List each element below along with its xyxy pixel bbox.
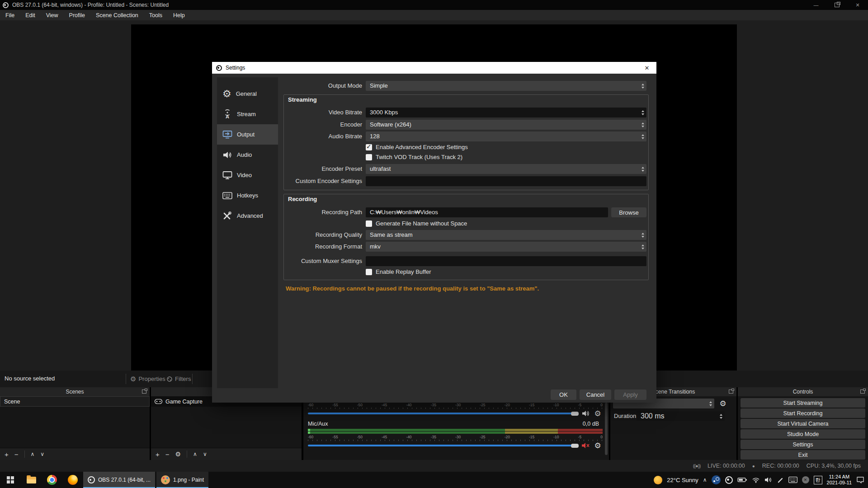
studio-mode-button[interactable]: Studio Mode <box>741 429 865 439</box>
mic-settings-gear-icon[interactable]: ⚙ <box>593 441 603 450</box>
weather-text[interactable]: 22°C Sunny <box>667 477 698 483</box>
start-streaming-button[interactable]: Start Streaming <box>741 398 865 408</box>
exit-button[interactable]: Exit <box>741 450 865 460</box>
menu-edit[interactable]: Edit <box>20 10 41 20</box>
source-status-text: No source selected <box>5 375 55 382</box>
recording-quality-label: Recording Quality <box>283 230 362 240</box>
close-button[interactable]: ✕ <box>847 0 868 10</box>
output-monitor-icon <box>222 130 232 139</box>
duration-spinbox[interactable]: 300 ms <box>637 411 725 421</box>
chrome-button[interactable] <box>42 472 62 488</box>
mic-volume-slider[interactable] <box>308 445 576 446</box>
obs-tray-icon[interactable] <box>725 476 733 484</box>
menu-file[interactable]: File <box>0 10 20 20</box>
nav-item-audio[interactable]: Audio <box>217 145 278 165</box>
speaker-icon[interactable] <box>581 409 591 418</box>
scene-down-button[interactable]: ∨ <box>40 451 44 457</box>
popout-icon[interactable] <box>142 389 146 394</box>
remove-source-button[interactable]: − <box>165 450 170 458</box>
output-mode-select[interactable]: Simple <box>366 81 646 91</box>
tray-expand-chevron-icon[interactable]: ∧ <box>703 477 707 483</box>
mixer-scrollbar[interactable] <box>605 403 608 455</box>
volume-slider-handle[interactable] <box>571 412 579 416</box>
volume-tray-icon[interactable] <box>764 477 773 483</box>
spinbox-arrows[interactable] <box>642 108 644 117</box>
checkbox[interactable] <box>366 269 372 275</box>
cancel-button[interactable]: Cancel <box>580 389 611 400</box>
video-bitrate-spinbox[interactable]: 3000 Kbps <box>366 108 646 117</box>
wifi-icon[interactable] <box>752 477 760 483</box>
steam-tray-icon[interactable] <box>712 475 721 484</box>
custom-encoder-settings-input[interactable] <box>366 176 646 186</box>
add-source-button[interactable]: + <box>156 450 160 458</box>
nav-item-advanced[interactable]: Advanced <box>217 206 278 226</box>
toolbar-separator <box>187 450 187 458</box>
generate-filename-checkbox[interactable]: Generate File Name without Space <box>366 220 467 227</box>
spinbox-arrows[interactable] <box>720 411 722 421</box>
nav-item-stream[interactable]: A Stream <box>217 104 278 124</box>
apply-button[interactable]: Apply <box>614 389 646 400</box>
twitch-vod-checkbox[interactable]: Twitch VOD Track (Uses Track 2) <box>366 154 462 160</box>
checkbox[interactable] <box>366 154 372 160</box>
popout-icon[interactable] <box>860 389 865 394</box>
nav-item-general[interactable]: ⚙ General <box>217 84 278 104</box>
browse-button[interactable]: Browse <box>611 207 646 217</box>
hotkeys-keyboard-icon <box>222 192 232 200</box>
source-up-button[interactable]: ∧ <box>193 451 197 457</box>
source-down-button[interactable]: ∨ <box>203 451 207 457</box>
enable-replay-buffer-checkbox[interactable]: Enable Replay Buffer <box>366 268 431 275</box>
firefox-button[interactable] <box>62 472 83 488</box>
scene-list-item[interactable]: Scene <box>0 396 150 407</box>
battery-icon[interactable] <box>737 477 747 483</box>
pen-icon[interactable] <box>777 477 784 483</box>
settings-button[interactable]: Settings <box>741 440 865 449</box>
menu-scene-collection[interactable]: Scene Collection <box>90 10 144 20</box>
remove-scene-button[interactable]: − <box>14 450 19 458</box>
checkbox[interactable] <box>366 144 372 150</box>
menu-view[interactable]: View <box>41 10 64 20</box>
properties-button[interactable]: ⚙ Properties <box>130 371 165 387</box>
scene-up-button[interactable]: ∧ <box>31 451 35 457</box>
recording-format-select[interactable]: mkv <box>366 242 646 252</box>
paint-task-button[interactable]: 1.png - Paint <box>156 472 208 488</box>
checkbox[interactable] <box>366 221 372 227</box>
audio-bitrate-select[interactable]: 128 <box>366 131 646 141</box>
encoder-select[interactable]: Software (x264) <box>366 120 646 130</box>
recording-quality-select[interactable]: Same as stream <box>366 230 646 240</box>
nav-item-output[interactable]: Output <box>217 124 278 145</box>
action-center-icon[interactable] <box>856 476 864 483</box>
weather-sun-icon[interactable] <box>654 476 662 484</box>
start-button[interactable] <box>0 472 21 488</box>
menu-tools[interactable]: Tools <box>144 10 168 20</box>
menu-profile[interactable]: Profile <box>64 10 90 20</box>
restore-button[interactable] <box>826 0 847 10</box>
popout-icon[interactable] <box>729 389 733 394</box>
transition-settings-gear-icon[interactable]: ⚙ <box>718 399 728 408</box>
start-virtual-camera-button[interactable]: Start Virtual Camera <box>741 419 865 428</box>
minimize-button[interactable]: — <box>806 0 826 10</box>
start-recording-button[interactable]: Start Recording <box>741 408 865 418</box>
x-circle-tray-icon[interactable]: ✕ <box>802 476 809 483</box>
filters-button[interactable]: Filters <box>166 371 191 387</box>
nav-item-video[interactable]: Video <box>217 165 278 185</box>
obs-task-button[interactable]: OBS 27.0.1 (64-bit, ... <box>83 472 155 488</box>
output-mode-label: Output Mode <box>283 81 362 91</box>
custom-muxer-settings-input[interactable] <box>366 256 646 266</box>
file-explorer-button[interactable] <box>21 472 42 488</box>
encoder-preset-select[interactable]: ultrafast <box>366 164 646 174</box>
menu-help[interactable]: Help <box>168 10 190 20</box>
mic-muted-speaker-icon[interactable] <box>581 441 591 450</box>
settings-close-button[interactable]: ✕ <box>637 62 656 74</box>
touch-keyboard-icon[interactable] <box>788 477 797 483</box>
source-properties-gear-icon[interactable]: ⚙ <box>175 451 181 457</box>
ime-korean-icon[interactable]: 한 <box>814 476 822 484</box>
add-scene-button[interactable]: + <box>5 450 9 458</box>
recording-path-input[interactable]: C:₩Users₩onlin₩Videos <box>366 207 608 217</box>
ok-button[interactable]: OK <box>551 389 576 400</box>
channel-settings-gear-icon[interactable]: ⚙ <box>593 409 603 418</box>
volume-slider-handle[interactable] <box>571 444 579 448</box>
taskbar-clock[interactable]: 11:24 AM 2021-09-11 <box>827 474 852 486</box>
desktop-volume-slider[interactable] <box>308 413 576 414</box>
nav-item-hotkeys[interactable]: Hotkeys <box>217 185 278 206</box>
enable-advanced-encoder-checkbox[interactable]: Enable Advanced Encoder Settings <box>366 144 468 150</box>
